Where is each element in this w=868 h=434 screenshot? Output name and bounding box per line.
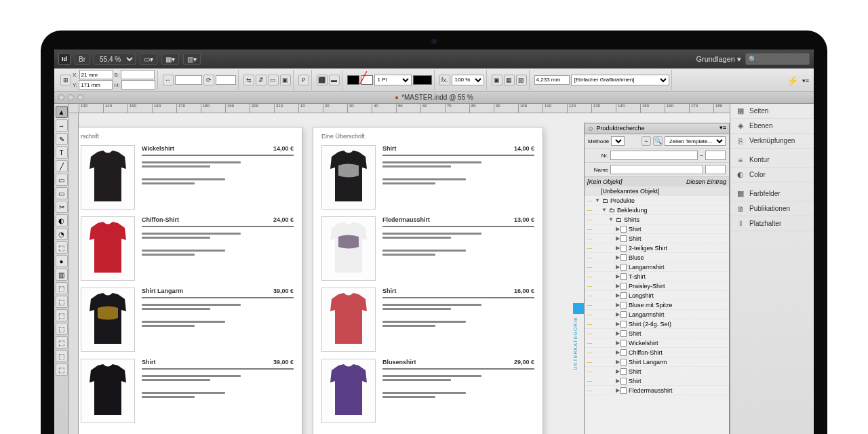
product-row[interactable]: Blusenshirt 29,00 € (321, 359, 534, 423)
tree-row[interactable]: —▶Shirt (585, 329, 729, 338)
rotate-icon[interactable]: ⟳ (203, 75, 214, 85)
y-field[interactable] (79, 80, 113, 90)
product-row[interactable]: Shirt Langarm 39,00 € (81, 288, 294, 352)
canvas[interactable]: rschrift Wickelshirt 14,00 € Chiffon-Shi… (79, 113, 730, 434)
text-wrap-none-icon[interactable]: ▣ (492, 75, 502, 85)
tool-6[interactable]: ▭ (56, 187, 68, 199)
align-center-icon[interactable]: ▬ (329, 75, 340, 85)
tool-19[interactable]: ⬚ (56, 363, 68, 376)
text-wrap-shape-icon[interactable]: ▨ (516, 75, 527, 85)
nr-to-field[interactable] (705, 151, 726, 160)
tree-row[interactable]: —▶Shirt (2-tlg. Set) (585, 319, 729, 329)
dock-item-kontur[interactable]: ≡Kontur (730, 153, 814, 167)
tree-row[interactable]: —▼🗀Shirts (585, 215, 729, 224)
product-row[interactable]: Wickelshirt 14,00 € (81, 145, 294, 210)
tree-row[interactable]: —▶Longshirt (585, 291, 729, 300)
tool-13[interactable]: ⬚ (56, 282, 68, 294)
tree-row[interactable]: —▶2-teiliges Shirt (585, 243, 729, 253)
tool-0[interactable]: ▲ (56, 106, 68, 118)
w-field[interactable] (121, 70, 155, 79)
close-dot-icon[interactable] (58, 94, 64, 100)
tool-5[interactable]: ▭ (56, 174, 68, 186)
tree-row[interactable]: —▶Bluse (585, 253, 729, 262)
tool-10[interactable]: ⬚ (56, 241, 68, 254)
x-field[interactable] (79, 70, 113, 79)
tool-9[interactable]: ◔ (56, 228, 68, 240)
method-select[interactable] (611, 136, 625, 146)
panel-menu-icon[interactable]: ▾≡ (719, 124, 726, 131)
paragraph-icon[interactable]: P (298, 75, 309, 85)
name-extra-field[interactable] (705, 165, 726, 174)
search-input[interactable] (745, 53, 810, 65)
bridge-button[interactable]: Br (75, 54, 90, 65)
workspace-switcher[interactable]: Grundlagen ▾ (696, 55, 741, 64)
zoom-dot-icon[interactable] (77, 94, 83, 100)
name-field[interactable] (610, 165, 703, 174)
tree-row[interactable]: —▼🗀Bekleidung (585, 205, 729, 215)
zoom-out-icon[interactable]: − (642, 136, 651, 146)
product-row[interactable]: Fledermausshirt 13,00 € (321, 216, 534, 281)
tool-7[interactable]: ✂ (56, 201, 68, 213)
opacity-select[interactable]: 100 % (452, 75, 484, 85)
reference-point-icon[interactable]: ⊞ (60, 75, 71, 85)
product-row[interactable]: Shirt 16,00 € (321, 288, 534, 352)
tree-row[interactable]: —▶Shirt Langarm (585, 357, 729, 367)
scale-x-field[interactable] (175, 75, 202, 85)
screen-mode-button[interactable]: ▦▾ (161, 54, 179, 65)
tool-12[interactable]: ▥ (56, 269, 68, 281)
product-row[interactable]: Shirt 14,00 € (321, 145, 534, 210)
content-select-icon[interactable]: ▣ (280, 75, 291, 85)
tree-row[interactable]: —▶Shirt (585, 224, 729, 234)
panel-collapse-icon[interactable] (589, 127, 593, 131)
tool-3[interactable]: T (56, 146, 68, 159)
view-options-button[interactable]: ▭▾ (140, 54, 157, 65)
dock-item-platzhalter[interactable]: ⦀Platzhalter (730, 216, 814, 231)
fill-swatch[interactable] (347, 75, 359, 85)
dock-item-seiten[interactable]: ▦Seiten (730, 104, 814, 119)
minimize-dot-icon[interactable] (68, 94, 74, 100)
tree-row[interactable]: —▶Fledermausshirt (585, 386, 729, 395)
tool-16[interactable]: ⬚ (56, 323, 68, 335)
template-select[interactable]: Zeilen Template… (665, 136, 726, 146)
tree-row[interactable]: —▶Shirt (585, 367, 729, 376)
tool-11[interactable]: ● (56, 255, 68, 267)
frame-type-select[interactable]: [Einfacher Grafikrahmen] (571, 75, 669, 85)
rotate-field[interactable] (216, 75, 236, 85)
flip-v-icon[interactable]: ⇵ (256, 75, 267, 85)
align-left-icon[interactable]: ⬛ (317, 75, 328, 85)
tool-15[interactable]: ⬚ (56, 309, 68, 321)
dock-item-ebenen[interactable]: ◈Ebenen (730, 119, 814, 134)
nr-field[interactable] (610, 151, 698, 160)
stroke-weight-select[interactable]: 1 Pt (374, 75, 412, 85)
gap-field[interactable] (534, 75, 570, 85)
window-traffic-dots[interactable] (58, 94, 83, 100)
stroke-swatch[interactable]: ╱ (361, 75, 373, 85)
dock-item-color[interactable]: ◐Color (730, 167, 814, 182)
tree-row[interactable]: —▶Shirt (585, 376, 729, 386)
dock-item-verknüpfungen[interactable]: ⎘Verknüpfungen (730, 134, 814, 149)
zoom-in-icon[interactable]: 🔍 (653, 136, 663, 146)
container-select-icon[interactable]: ▭ (268, 75, 279, 85)
tree-row[interactable]: —▶Langarmshirt (585, 310, 729, 319)
tree-row[interactable]: —▶Langarmshirt (585, 262, 729, 272)
arrange-documents-button[interactable]: ▥▾ (183, 54, 201, 65)
product-row[interactable]: Chiffon-Shirt 24,00 € (81, 216, 294, 281)
dock-item-publikationen[interactable]: 🗎Publikationen (730, 201, 814, 216)
tree-row[interactable]: —▶Shirt (585, 234, 729, 243)
tool-14[interactable]: ⬚ (56, 296, 68, 308)
tree-row[interactable]: —▶Bluse mit Spitze (585, 300, 729, 310)
panel-title-bar[interactable]: Produktrecherche ▾≡ (585, 123, 729, 134)
zoom-select[interactable]: 55,4 % (94, 54, 136, 65)
lightning-icon[interactable]: ⚡ (787, 75, 797, 86)
h-field[interactable] (121, 80, 155, 90)
tool-4[interactable]: ╱ (56, 160, 68, 172)
tool-1[interactable]: ↔ (56, 119, 68, 132)
tool-8[interactable]: ◐ (56, 214, 68, 226)
tree-row[interactable]: —▶Praisley-Shirt (585, 281, 729, 291)
flip-h-icon[interactable]: ⇋ (243, 75, 254, 85)
stroke-style[interactable] (413, 75, 432, 85)
tree-row[interactable]: —▶T-shirt (585, 272, 729, 281)
category-tab[interactable]: UNTERKATEGORIE (573, 303, 584, 371)
tree-row[interactable]: —▶Wickelshirt (585, 338, 729, 348)
scale-x-icon[interactable]: ↔ (163, 75, 174, 85)
